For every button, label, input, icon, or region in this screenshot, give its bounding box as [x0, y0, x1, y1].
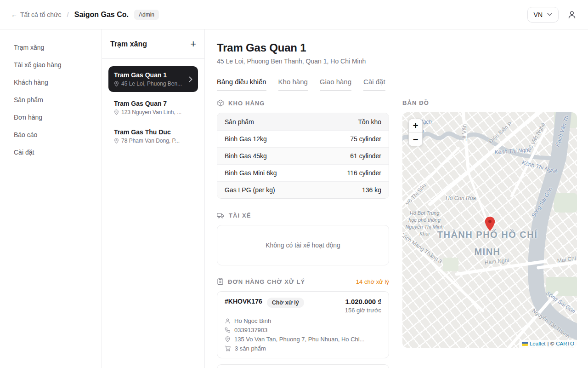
- tab-bar: Bảng điều khiển Kho hàng Giao hàng Cài đ…: [205, 78, 588, 91]
- stock-value: 136 kg: [362, 186, 381, 194]
- station-name: Tram Gas Quan 7: [114, 100, 192, 107]
- map-label: Hồ Con Rùa: [446, 195, 476, 201]
- map-pin-icon: [114, 109, 119, 115]
- carto-link[interactable]: CARTO: [556, 341, 574, 346]
- order-card[interactable]: #KHOVK176 Chờ xử lý 1.020.000 ₫ 156 giờ …: [217, 291, 389, 358]
- map-zoom-control: + −: [408, 119, 423, 146]
- role-badge: Admin: [134, 10, 159, 20]
- tab-settings[interactable]: Cài đặt: [363, 78, 385, 91]
- map-heading-label: BẢN ĐỒ: [402, 99, 429, 106]
- order-time: 156 giờ trước: [345, 307, 381, 314]
- map-attribution: Leaflet | © CARTO: [519, 340, 577, 348]
- cart-icon: [225, 345, 231, 351]
- product-name: Binh Gas 45kg: [225, 152, 350, 160]
- station-item-quan-7[interactable]: Tram Gas Quan 7 123 Nguyen Van Linh, ...: [108, 95, 198, 121]
- tab-dashboard[interactable]: Bảng điều khiển: [217, 78, 266, 91]
- col-stock: Tồn kho: [358, 118, 381, 126]
- orders-section-heading: ĐƠN HÀNG CHỜ XỬ LÝ 14 chờ xử lý: [217, 278, 389, 285]
- map-marker-icon[interactable]: [484, 216, 496, 234]
- stock-value: 61 cylinder: [350, 152, 381, 160]
- header-divider: [217, 72, 576, 72]
- top-right-controls: VN: [527, 7, 577, 23]
- attribution-separator: | ©: [548, 341, 554, 346]
- table-row: Binh Gas 12kg 75 cylinder: [217, 130, 389, 147]
- drivers-section-heading: TÀI XẾ: [217, 212, 389, 219]
- station-name: Tram Gas Thu Duc: [114, 128, 192, 136]
- sidebar-item-settings[interactable]: Cài đặt: [0, 144, 102, 161]
- map-pin-icon: [225, 336, 231, 342]
- order-card-partial[interactable]: [217, 364, 389, 368]
- station-address: 123 Nguyen Van Linh, ...: [121, 109, 181, 115]
- breadcrumb-separator: /: [67, 11, 69, 18]
- leaflet-link[interactable]: Leaflet: [530, 341, 546, 346]
- map-label: Lê Văn: [461, 124, 468, 142]
- table-row: Binh Gas Mini 6kg 116 cylinder: [217, 164, 389, 181]
- tab-inventory[interactable]: Kho hàng: [278, 78, 308, 91]
- back-label: Tất cả tổ chức: [20, 11, 62, 18]
- product-name: Binh Gas 12kg: [225, 135, 350, 143]
- sidebar-nav: Trạm xăng Tài xế giao hàng Khách hàng Sả…: [0, 29, 102, 368]
- back-arrow-icon: ←: [11, 11, 17, 18]
- tab-delivery[interactable]: Giao hàng: [320, 78, 351, 91]
- org-name: Saigon Gas Co.: [74, 11, 129, 19]
- package-icon: [217, 99, 224, 107]
- station-list: Tram Gas Quan 1 45 Le Loi, Phuong Ben...: [102, 59, 204, 156]
- clipboard-icon: [217, 278, 224, 285]
- table-row: Gas LPG (per kg) 136 kg: [217, 181, 389, 198]
- sidebar-item-products[interactable]: Sản phẩm: [0, 91, 102, 109]
- product-name: Binh Gas Mini 6kg: [225, 169, 347, 177]
- sidebar-item-stations[interactable]: Trạm xăng: [0, 39, 102, 56]
- phone-icon: [225, 327, 231, 333]
- stock-value: 75 cylinder: [350, 135, 381, 143]
- back-to-organizations-link[interactable]: ← Tất cả tổ chức: [11, 11, 62, 18]
- sidebar-item-orders[interactable]: Đơn hàng: [0, 109, 102, 126]
- table-row: Binh Gas 45kg 61 cylinder: [217, 147, 389, 164]
- station-address: 45 Le Loi, Phuong Ben...: [121, 80, 182, 87]
- inventory-heading-label: KHO HÀNG: [228, 100, 265, 107]
- app-window: ← Tất cả tổ chức / Saigon Gas Co. Admin …: [0, 0, 588, 368]
- drivers-empty-text: Không có tài xế hoạt động: [266, 242, 340, 249]
- user-account-icon[interactable]: [567, 10, 577, 20]
- add-station-button[interactable]: +: [190, 39, 196, 49]
- truck-icon: [217, 212, 225, 219]
- station-item-quan-1[interactable]: Tram Gas Quan 1 45 Le Loi, Phuong Ben...: [108, 66, 198, 92]
- page-address: 45 Le Loi, Phuong Ben Thanh, Quan 1, Ho …: [217, 58, 576, 65]
- pending-count: 14 chờ xử lý: [356, 278, 389, 285]
- order-phone: 0339137903: [234, 327, 267, 334]
- station-panel-header: Trạm xăng +: [102, 29, 204, 59]
- inventory-table: Sản phẩm Tồn kho Binh Gas 12kg 75 cylind…: [217, 113, 389, 199]
- breadcrumb: ← Tất cả tổ chức / Saigon Gas Co. Admin: [11, 10, 159, 20]
- chevron-down-icon: [547, 13, 552, 16]
- station-panel-title: Trạm xăng: [110, 40, 147, 48]
- order-item-count: 3 sản phẩm: [235, 345, 266, 352]
- order-id: #KHOVK176: [225, 298, 262, 305]
- sidebar-item-reports[interactable]: Báo cáo: [0, 126, 102, 144]
- col-product: Sản phẩm: [225, 118, 358, 126]
- orders-heading-label: ĐƠN HÀNG CHỜ XỬ LÝ: [228, 278, 305, 285]
- ukraine-flag-icon: [522, 342, 528, 346]
- page-title: Tram Gas Quan 1: [217, 41, 576, 54]
- sidebar-item-customers[interactable]: Khách hàng: [0, 74, 102, 91]
- map-pin-icon: [114, 138, 119, 144]
- zoom-in-button[interactable]: +: [409, 119, 422, 132]
- map-section-heading: BẢN ĐỒ: [402, 99, 577, 106]
- language-select[interactable]: VN: [527, 7, 559, 23]
- sidebar-item-drivers[interactable]: Tài xế giao hàng: [0, 56, 102, 74]
- order-amount: 1.020.000 ₫: [345, 298, 381, 305]
- station-address: 78 Pham Van Dong, P...: [121, 138, 180, 144]
- product-name: Gas LPG (per kg): [225, 186, 362, 194]
- stock-value: 116 cylinder: [347, 169, 381, 177]
- chevron-right-icon: [189, 76, 192, 82]
- order-customer: Ho Ngoc Binh: [234, 317, 271, 324]
- top-bar: ← Tất cả tổ chức / Saigon Gas Co. Admin …: [0, 0, 588, 29]
- station-name: Tram Gas Quan 1: [114, 71, 189, 79]
- zoom-out-button[interactable]: −: [409, 132, 422, 146]
- map[interactable]: Rạch u Lê Văn Điện Biên P Xô Viết Nghệ R…: [402, 112, 577, 348]
- map-pin-icon: [114, 81, 119, 86]
- order-status-badge: Chờ xử lý: [267, 298, 304, 308]
- order-address: 135 Vo Van Tan, Phuong 7, Phu Nhuan, Ho …: [234, 336, 365, 343]
- inventory-section-heading: KHO HÀNG: [217, 99, 389, 107]
- station-item-thu-duc[interactable]: Tram Gas Thu Duc 78 Pham Van Dong, P...: [108, 123, 198, 149]
- person-icon: [225, 318, 231, 324]
- station-list-panel: Trạm xăng + Tram Gas Quan 1 45 Le Loi, P…: [102, 29, 205, 368]
